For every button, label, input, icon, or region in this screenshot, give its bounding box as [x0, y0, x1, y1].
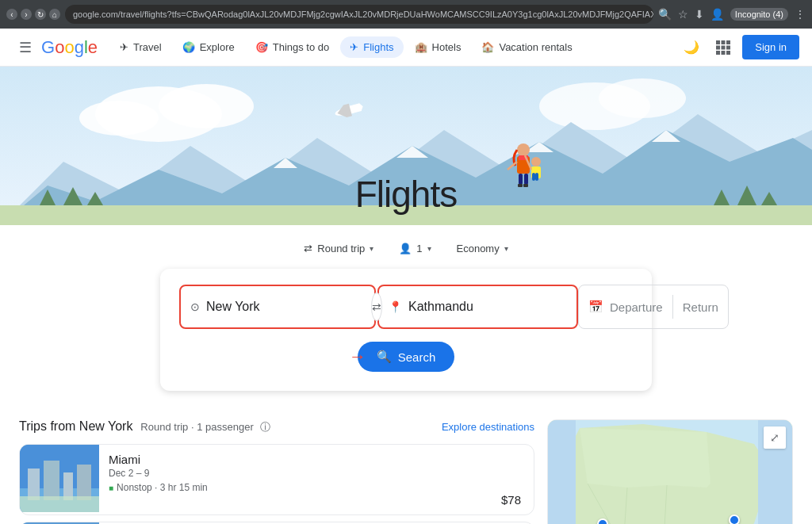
- svg-rect-50: [77, 465, 91, 500]
- back-button[interactable]: ‹: [6, 9, 17, 20]
- map-expand-button[interactable]: ⤢: [764, 426, 786, 449]
- forward-button[interactable]: ›: [21, 9, 32, 20]
- nav-explore-label: Explore: [200, 41, 235, 53]
- top-navigation: ☰ Google ✈ Travel 🌍 Explore 🎯 Things to …: [0, 29, 812, 67]
- nav-travel-label: Travel: [133, 41, 162, 53]
- origin-field[interactable]: ⊙: [179, 285, 376, 329]
- reload-button[interactable]: ↻: [35, 9, 46, 20]
- dark-mode-button[interactable]: 🌙: [679, 35, 704, 60]
- logo-letter-g2: g: [75, 37, 84, 58]
- search-button[interactable]: 🔍 Search: [358, 342, 455, 372]
- calendar-icon: 📅: [588, 300, 603, 314]
- trip-flight-info-miami: Nonstop · 3 hr 15 min: [117, 482, 208, 493]
- search-btn-icon: 🔍: [377, 350, 392, 364]
- search-options-row: ⇄ Round trip ▾ 👤 1 ▾ Economy ▾: [294, 225, 517, 269]
- nav-explore[interactable]: 🌍 Explore: [173, 36, 244, 58]
- vacation-icon: 🏠: [481, 41, 494, 53]
- destination-field[interactable]: 📍: [377, 285, 578, 329]
- nav-hotels[interactable]: 🏨 Hotels: [405, 36, 471, 58]
- trip-info-miami: Miami Dec 2 – 9 ■ Nonstop · 3 hr 15 min …: [99, 445, 534, 514]
- trip-card-miami[interactable]: Miami Dec 2 – 9 ■ Nonstop · 3 hr 15 min …: [19, 444, 534, 515]
- passengers-button[interactable]: 👤 1 ▾: [389, 238, 440, 259]
- passengers-arrow: ▾: [427, 244, 431, 253]
- class-label: Economy: [457, 243, 500, 254]
- class-arrow: ▾: [504, 244, 508, 253]
- flights-icon: ✈: [350, 41, 358, 53]
- hero-title-area: Flights: [0, 67, 812, 225]
- trip-type-arrow: ▾: [370, 244, 373, 253]
- things-icon: 🎯: [255, 41, 268, 53]
- return-label: Return: [683, 300, 718, 314]
- passengers-label: 1: [416, 243, 422, 254]
- expand-icon: ⤢: [770, 431, 779, 444]
- travel-icon: ✈: [120, 41, 128, 53]
- svg-rect-8: [726, 51, 730, 55]
- svg-rect-3: [716, 45, 720, 49]
- nav-vacation-rentals[interactable]: 🏠 Vacation rentals: [472, 36, 581, 58]
- swap-icon: ⇄: [304, 243, 312, 254]
- home-button[interactable]: ⌂: [49, 9, 60, 20]
- logo-letter-e: e: [88, 37, 98, 58]
- menu-icon[interactable]: ⋮: [795, 8, 806, 21]
- svg-rect-48: [44, 461, 59, 500]
- departure-label: Departure: [610, 300, 663, 314]
- apps-grid-button[interactable]: [710, 35, 736, 60]
- nav-things-to-do[interactable]: 🎯 Things to do: [246, 36, 339, 58]
- browser-controls: ‹ › ↻ ⌂: [6, 9, 60, 20]
- svg-rect-5: [726, 45, 730, 49]
- svg-rect-6: [716, 51, 720, 55]
- profile-icon[interactable]: 👤: [710, 8, 724, 21]
- url-text: google.com/travel/flights?tfs=CBwQARodag…: [73, 10, 653, 19]
- departure-field[interactable]: 📅 Departure: [579, 285, 672, 328]
- svg-marker-69: [580, 428, 710, 488]
- nav-vacation-label: Vacation rentals: [499, 41, 572, 53]
- trips-subtitle: Round trip · 1 passenger: [140, 421, 253, 433]
- hotels-icon: 🏨: [415, 41, 427, 53]
- search-box: ⊙ ⇄ 📍 📅 Departure Return: [160, 269, 652, 391]
- search-arrow-indicator: →: [349, 346, 366, 367]
- hamburger-icon: ☰: [19, 39, 32, 56]
- nav-things-label: Things to do: [273, 41, 330, 53]
- nav-flights[interactable]: ✈ Flights: [340, 36, 403, 58]
- search-button-area: → 🔍 Search: [179, 342, 633, 372]
- destination-input[interactable]: [408, 300, 567, 314]
- logo-letter-o2: o: [64, 37, 74, 58]
- destination-pin-icon: 📍: [389, 300, 402, 313]
- origin-search-icon: ⊙: [190, 300, 200, 313]
- class-button[interactable]: Economy ▾: [447, 238, 518, 259]
- hamburger-menu[interactable]: ☰: [13, 35, 38, 60]
- logo-letter-g: G: [41, 37, 55, 58]
- date-fields: 📅 Departure Return: [578, 285, 729, 329]
- nav-links: ✈ Travel 🌍 Explore 🎯 Things to do ✈ Flig…: [110, 36, 679, 58]
- info-icon[interactable]: ⓘ: [260, 421, 270, 433]
- hero-section: Flights: [0, 67, 812, 225]
- svg-rect-1: [722, 40, 726, 44]
- origin-input[interactable]: [206, 300, 365, 314]
- miami-illustration: [20, 445, 99, 512]
- swap-button[interactable]: ⇄: [371, 293, 382, 321]
- download-icon[interactable]: ⬇: [695, 8, 704, 21]
- trips-title-area: Trips from New York Round trip · 1 passe…: [19, 419, 270, 434]
- url-bar[interactable]: google.com/travel/flights?tfs=CBwQARodag…: [65, 5, 653, 24]
- map-dot-la: [597, 518, 608, 524]
- trip-type-button[interactable]: ⇄ Round trip ▾: [294, 238, 383, 259]
- map-background: ⤢ Map data ©2023 Google, INEGI: [548, 420, 792, 524]
- nav-travel[interactable]: ✈ Travel: [110, 36, 171, 58]
- bookmark-icon[interactable]: ☆: [678, 8, 688, 21]
- explore-destinations-link[interactable]: Explore destinations: [442, 421, 534, 433]
- trip-image-miami: [20, 445, 99, 512]
- google-logo: Google: [41, 37, 98, 58]
- svg-rect-47: [28, 469, 40, 500]
- trip-flight-miami: ■ Nonstop · 3 hr 15 min: [109, 482, 524, 493]
- svg-rect-73: [548, 420, 576, 524]
- search-icon[interactable]: 🔍: [658, 8, 672, 21]
- svg-rect-0: [716, 40, 720, 44]
- trip-type-label: Round trip: [317, 243, 365, 254]
- search-inputs-row: ⊙ ⇄ 📍 📅 Departure Return: [179, 285, 633, 329]
- return-field[interactable]: Return: [673, 285, 728, 328]
- person-icon: 👤: [399, 243, 412, 254]
- sign-in-button[interactable]: Sign in: [742, 35, 799, 59]
- trip-destination-miami: Miami: [109, 453, 524, 466]
- trip-dates-miami: Dec 2 – 9: [109, 468, 524, 479]
- map-panel: ⤢ Map data ©2023 Google, INEGI: [547, 419, 793, 524]
